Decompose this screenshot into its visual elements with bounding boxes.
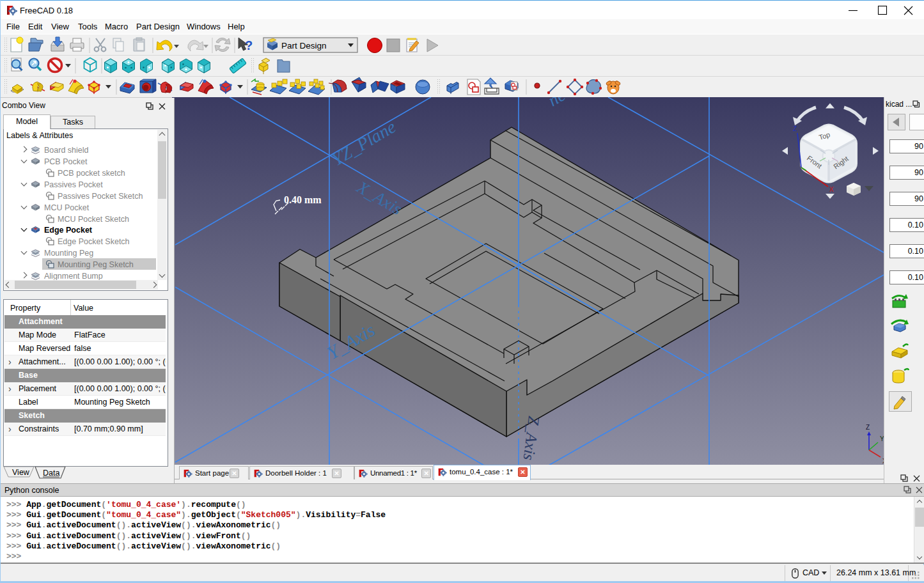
svg-text:0.40 mm: 0.40 mm (284, 194, 322, 205)
svg-text:Z: Z (866, 424, 870, 431)
svg-text:?: ? (245, 38, 253, 52)
svg-text:X: X (829, 186, 834, 193)
svg-text:Z: Z (793, 125, 797, 132)
svg-text:Data: Data (43, 469, 59, 478)
svg-text:View: View (12, 468, 30, 477)
svg-text:Part Design: Part Design (281, 41, 327, 51)
